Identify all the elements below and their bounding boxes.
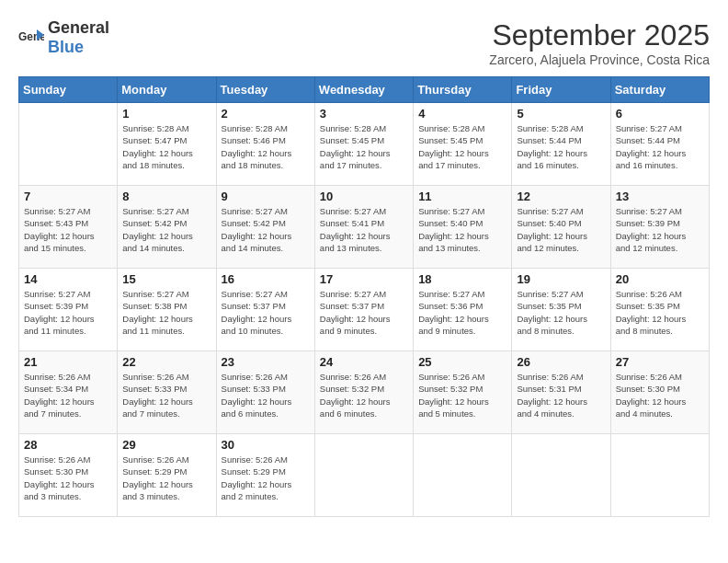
day-info: Sunrise: 5:28 AM Sunset: 5:44 PM Dayligh… xyxy=(517,122,605,171)
header-day-wednesday: Wednesday xyxy=(314,77,413,103)
calendar-cell: 27Sunrise: 5:26 AM Sunset: 5:30 PM Dayli… xyxy=(610,351,709,434)
day-number: 17 xyxy=(320,272,408,286)
calendar-cell: 3Sunrise: 5:28 AM Sunset: 5:45 PM Daylig… xyxy=(314,103,413,186)
day-info: Sunrise: 5:26 AM Sunset: 5:34 PM Dayligh… xyxy=(24,371,112,419)
day-number: 24 xyxy=(320,355,408,369)
day-info: Sunrise: 5:27 AM Sunset: 5:40 PM Dayligh… xyxy=(517,205,605,254)
logo-blue: Blue xyxy=(48,38,84,56)
week-row-3: 14Sunrise: 5:27 AM Sunset: 5:39 PM Dayli… xyxy=(19,269,710,351)
calendar-cell: 28Sunrise: 5:26 AM Sunset: 5:30 PM Dayli… xyxy=(19,434,118,517)
day-info: Sunrise: 5:27 AM Sunset: 5:39 PM Dayligh… xyxy=(616,205,704,254)
week-row-2: 7Sunrise: 5:27 AM Sunset: 5:43 PM Daylig… xyxy=(19,186,710,269)
calendar-cell: 19Sunrise: 5:27 AM Sunset: 5:35 PM Dayli… xyxy=(512,269,610,351)
week-row-5: 28Sunrise: 5:26 AM Sunset: 5:30 PM Dayli… xyxy=(19,434,710,517)
header-row: SundayMondayTuesdayWednesdayThursdayFrid… xyxy=(19,77,710,103)
day-info: Sunrise: 5:28 AM Sunset: 5:47 PM Dayligh… xyxy=(122,122,210,171)
day-number: 5 xyxy=(517,107,605,121)
calendar-cell: 10Sunrise: 5:27 AM Sunset: 5:41 PM Dayli… xyxy=(314,186,413,269)
day-info: Sunrise: 5:27 AM Sunset: 5:42 PM Dayligh… xyxy=(122,205,210,254)
header-day-saturday: Saturday xyxy=(610,77,709,103)
day-number: 6 xyxy=(616,107,704,121)
calendar-cell: 24Sunrise: 5:26 AM Sunset: 5:32 PM Dayli… xyxy=(314,351,413,434)
week-row-4: 21Sunrise: 5:26 AM Sunset: 5:34 PM Dayli… xyxy=(19,351,710,434)
day-number: 3 xyxy=(320,107,408,121)
calendar-cell: 14Sunrise: 5:27 AM Sunset: 5:39 PM Dayli… xyxy=(19,269,118,351)
day-info: Sunrise: 5:28 AM Sunset: 5:45 PM Dayligh… xyxy=(320,122,408,171)
logo: General General Blue xyxy=(18,18,109,57)
day-number: 23 xyxy=(222,355,310,369)
calendar-cell xyxy=(610,434,709,517)
header-day-tuesday: Tuesday xyxy=(216,77,314,103)
day-info: Sunrise: 5:26 AM Sunset: 5:31 PM Dayligh… xyxy=(517,371,605,419)
day-number: 7 xyxy=(24,190,112,203)
day-info: Sunrise: 5:28 AM Sunset: 5:45 PM Dayligh… xyxy=(418,122,506,171)
day-number: 20 xyxy=(616,272,704,286)
day-number: 26 xyxy=(517,355,605,369)
day-info: Sunrise: 5:26 AM Sunset: 5:29 PM Dayligh… xyxy=(222,454,310,502)
day-info: Sunrise: 5:27 AM Sunset: 5:39 PM Dayligh… xyxy=(24,288,112,337)
calendar-cell xyxy=(19,103,118,186)
header-day-thursday: Thursday xyxy=(414,77,512,103)
day-number: 14 xyxy=(24,272,112,286)
day-info: Sunrise: 5:27 AM Sunset: 5:42 PM Dayligh… xyxy=(222,205,310,254)
day-number: 2 xyxy=(222,107,310,121)
calendar-cell: 1Sunrise: 5:28 AM Sunset: 5:47 PM Daylig… xyxy=(118,103,216,186)
day-info: Sunrise: 5:26 AM Sunset: 5:32 PM Dayligh… xyxy=(320,371,408,419)
day-info: Sunrise: 5:26 AM Sunset: 5:30 PM Dayligh… xyxy=(24,454,112,502)
calendar-cell: 20Sunrise: 5:26 AM Sunset: 5:35 PM Dayli… xyxy=(610,269,709,351)
calendar-cell: 22Sunrise: 5:26 AM Sunset: 5:33 PM Dayli… xyxy=(118,351,216,434)
calendar-cell xyxy=(314,434,413,517)
page-header: General General Blue September 2025 Zarc… xyxy=(18,18,710,67)
day-number: 25 xyxy=(418,355,506,369)
day-number: 30 xyxy=(222,438,310,452)
day-number: 16 xyxy=(222,272,310,286)
day-number: 4 xyxy=(418,107,506,121)
day-number: 10 xyxy=(320,190,408,203)
day-number: 9 xyxy=(222,190,310,203)
logo-icon: General xyxy=(18,28,44,48)
day-info: Sunrise: 5:27 AM Sunset: 5:37 PM Dayligh… xyxy=(222,288,310,337)
month-title: September 2025 xyxy=(489,18,710,52)
day-number: 11 xyxy=(418,190,506,203)
day-number: 28 xyxy=(24,438,112,452)
calendar-cell: 25Sunrise: 5:26 AM Sunset: 5:32 PM Dayli… xyxy=(414,351,512,434)
calendar-cell: 29Sunrise: 5:26 AM Sunset: 5:29 PM Dayli… xyxy=(118,434,216,517)
calendar-cell: 8Sunrise: 5:27 AM Sunset: 5:42 PM Daylig… xyxy=(118,186,216,269)
header-day-monday: Monday xyxy=(118,77,216,103)
header-day-sunday: Sunday xyxy=(19,77,118,103)
day-info: Sunrise: 5:27 AM Sunset: 5:44 PM Dayligh… xyxy=(616,122,704,171)
day-number: 29 xyxy=(122,438,210,452)
day-info: Sunrise: 5:27 AM Sunset: 5:36 PM Dayligh… xyxy=(418,288,506,337)
day-info: Sunrise: 5:26 AM Sunset: 5:32 PM Dayligh… xyxy=(418,371,506,419)
calendar-cell: 4Sunrise: 5:28 AM Sunset: 5:45 PM Daylig… xyxy=(414,103,512,186)
day-info: Sunrise: 5:26 AM Sunset: 5:33 PM Dayligh… xyxy=(122,371,210,419)
day-number: 21 xyxy=(24,355,112,369)
calendar-cell: 2Sunrise: 5:28 AM Sunset: 5:46 PM Daylig… xyxy=(216,103,314,186)
day-number: 12 xyxy=(517,190,605,203)
calendar-cell: 15Sunrise: 5:27 AM Sunset: 5:38 PM Dayli… xyxy=(118,269,216,351)
day-number: 15 xyxy=(122,272,210,286)
day-number: 27 xyxy=(616,355,704,369)
calendar-cell xyxy=(512,434,610,517)
header-day-friday: Friday xyxy=(512,77,610,103)
calendar-cell xyxy=(414,434,512,517)
calendar-table: SundayMondayTuesdayWednesdayThursdayFrid… xyxy=(18,76,710,517)
calendar-cell: 26Sunrise: 5:26 AM Sunset: 5:31 PM Dayli… xyxy=(512,351,610,434)
calendar-cell: 17Sunrise: 5:27 AM Sunset: 5:37 PM Dayli… xyxy=(314,269,413,351)
calendar-cell: 30Sunrise: 5:26 AM Sunset: 5:29 PM Dayli… xyxy=(216,434,314,517)
day-number: 8 xyxy=(122,190,210,203)
calendar-cell: 21Sunrise: 5:26 AM Sunset: 5:34 PM Dayli… xyxy=(19,351,118,434)
day-info: Sunrise: 5:27 AM Sunset: 5:41 PM Dayligh… xyxy=(320,205,408,254)
day-info: Sunrise: 5:28 AM Sunset: 5:46 PM Dayligh… xyxy=(222,122,310,171)
calendar-cell: 5Sunrise: 5:28 AM Sunset: 5:44 PM Daylig… xyxy=(512,103,610,186)
calendar-cell: 7Sunrise: 5:27 AM Sunset: 5:43 PM Daylig… xyxy=(19,186,118,269)
day-info: Sunrise: 5:27 AM Sunset: 5:43 PM Dayligh… xyxy=(24,205,112,254)
day-info: Sunrise: 5:27 AM Sunset: 5:38 PM Dayligh… xyxy=(122,288,210,337)
day-number: 22 xyxy=(122,355,210,369)
day-info: Sunrise: 5:27 AM Sunset: 5:37 PM Dayligh… xyxy=(320,288,408,337)
day-number: 13 xyxy=(616,190,704,203)
location-title: Zarcero, Alajuela Province, Costa Rica xyxy=(489,52,710,67)
calendar-cell: 12Sunrise: 5:27 AM Sunset: 5:40 PM Dayli… xyxy=(512,186,610,269)
day-info: Sunrise: 5:27 AM Sunset: 5:40 PM Dayligh… xyxy=(418,205,506,254)
day-info: Sunrise: 5:26 AM Sunset: 5:30 PM Dayligh… xyxy=(616,371,704,419)
